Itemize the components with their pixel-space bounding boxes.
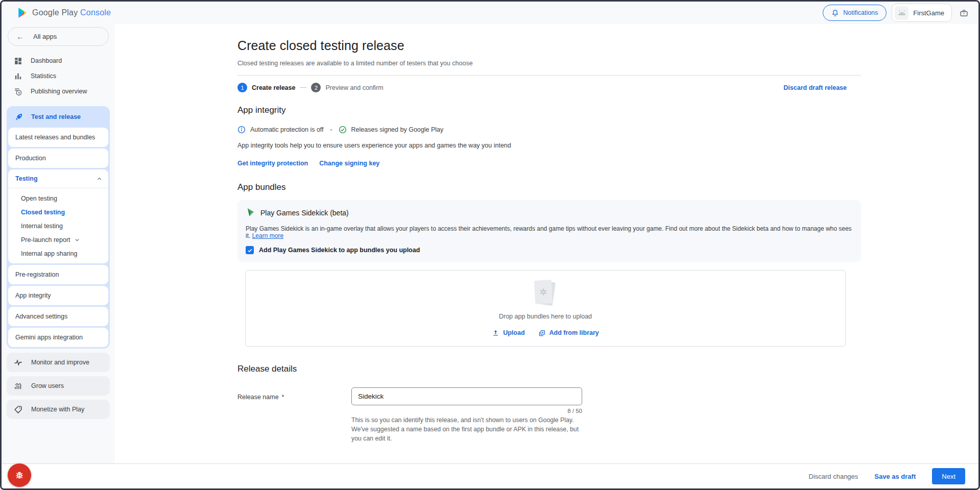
- sidebar-item-label: Publishing overview: [31, 88, 87, 95]
- chevron-up-icon: [97, 176, 102, 182]
- sidebar-item-production[interactable]: Production: [8, 149, 108, 168]
- top-bar: Google Play Console Notifications: [2, 2, 978, 24]
- sidebar-item-statistics[interactable]: Statistics: [2, 68, 115, 84]
- signing-status: Releases signed by Google Play: [351, 126, 444, 133]
- sidebar-item-label: Dashboard: [31, 57, 62, 64]
- main-panel: Create closed testing release Closed tes…: [115, 24, 978, 463]
- app-bundles-heading: App bundles: [237, 182, 861, 192]
- publishing-clock-icon: [14, 87, 22, 96]
- sidekick-checkbox-label: Add Play Games Sidekick to app bundles y…: [259, 247, 420, 254]
- sidebar-item-dashboard[interactable]: Dashboard: [2, 53, 115, 68]
- required-asterisk: *: [282, 394, 284, 401]
- upload-button[interactable]: Upload: [492, 329, 524, 337]
- android-head-icon: [898, 10, 906, 16]
- discard-draft-release-link[interactable]: Discard draft release: [783, 84, 847, 91]
- step-preview-confirm: 2 Preview and confirm: [311, 83, 383, 92]
- sidekick-card: Play Games Sidekick (beta) Play Games Si…: [237, 200, 861, 262]
- bell-icon: [831, 9, 839, 17]
- sidebar-item-pre-launch-report[interactable]: Pre-launch report: [8, 233, 108, 247]
- header-divider: [237, 75, 861, 76]
- footer-bar: Discard changes Save as draft Next: [2, 463, 978, 488]
- release-name-input[interactable]: [351, 387, 582, 405]
- sidebar-item-testing[interactable]: Testing: [8, 169, 108, 188]
- group-header-label: Test and release: [31, 113, 81, 120]
- all-apps-label: All apps: [33, 33, 57, 40]
- sidebar-item-grow-users[interactable]: Grow users: [7, 376, 110, 396]
- app-integrity-heading: App integrity: [237, 105, 861, 115]
- sidebar-item-internal-testing[interactable]: Internal testing: [8, 219, 108, 233]
- sidekick-title: Play Games Sidekick (beta): [260, 209, 349, 217]
- sidebar-item-label: Statistics: [31, 72, 56, 80]
- step-create-release: 1 Create release: [237, 83, 295, 92]
- account-switcher[interactable]: FirstGame: [892, 4, 952, 22]
- test-and-release-group: Test and release Latest releases and bun…: [7, 106, 110, 349]
- chevron-down-icon: [75, 237, 80, 242]
- sidebar-item-gemini-apps-integration[interactable]: Gemini apps integration: [8, 328, 108, 347]
- notifications-label: Notifications: [843, 9, 878, 16]
- release-details-heading: Release details: [237, 364, 861, 374]
- brand-text: Google Play Console: [32, 8, 111, 17]
- release-notes-label: Release notes: [237, 459, 351, 463]
- app-integrity-description: App integrity tools help you to ensure u…: [237, 142, 861, 149]
- library-icon: [538, 329, 546, 337]
- protection-status: Automatic protection is off: [250, 126, 324, 133]
- dropzone-text: Drop app bundles here to upload: [499, 313, 592, 320]
- play-triangle-icon: [17, 7, 28, 18]
- next-button[interactable]: Next: [932, 468, 965, 484]
- notifications-button[interactable]: Notifications: [823, 5, 887, 21]
- account-name: FirstGame: [913, 9, 944, 17]
- copy-previous-release-link[interactable]: Copy from a previous release: [351, 459, 441, 463]
- sidebar-item-internal-app-sharing[interactable]: Internal app sharing: [8, 247, 108, 260]
- sidekick-checkbox-row[interactable]: Add Play Games Sidekick to app bundles y…: [246, 246, 852, 254]
- char-counter: 8 / 50: [351, 408, 582, 414]
- sidebar: ← All apps Dashboard Statistics Publishi…: [2, 24, 115, 463]
- page-subtitle: Closed testing releases are available to…: [237, 60, 861, 67]
- feedback-bug-button[interactable]: [8, 463, 31, 487]
- growth-chart-icon: [14, 382, 22, 390]
- sidebar-item-advanced-settings[interactable]: Advanced settings: [8, 307, 108, 326]
- page-title: Create closed testing release: [237, 38, 861, 53]
- developer-account-button[interactable]: [957, 6, 970, 19]
- sidebar-item-monitor-and-improve[interactable]: Monitor and improve: [7, 353, 110, 372]
- file-stack-icon: [534, 280, 557, 307]
- status-separator: [330, 129, 332, 131]
- check-circle-icon: [339, 126, 347, 134]
- add-from-library-button[interactable]: Add from library: [538, 329, 599, 337]
- sidebar-item-latest-releases[interactable]: Latest releases and bundles: [8, 128, 108, 147]
- stepper: 1 Create release 2 Preview and confirm D…: [237, 83, 861, 92]
- sidebar-item-pre-registration[interactable]: Pre-registration: [8, 265, 108, 284]
- info-icon: [237, 126, 246, 134]
- step-connector: [300, 87, 306, 88]
- sidebar-item-app-integrity[interactable]: App integrity: [8, 286, 108, 305]
- briefcase-icon: [960, 9, 968, 17]
- release-name-helper: This is so you can identify this release…: [351, 416, 582, 443]
- sidebar-item-closed-testing[interactable]: Closed testing: [8, 205, 108, 219]
- app-bundle-dropzone[interactable]: Drop app bundles here to upload Upload: [245, 270, 846, 347]
- bar-chart-icon: [14, 72, 22, 81]
- brand-logo[interactable]: Google Play Console: [17, 7, 111, 18]
- checkbox-checked-icon[interactable]: [246, 246, 254, 254]
- back-arrow-icon: ←: [16, 32, 24, 41]
- price-tag-icon: [14, 405, 22, 414]
- dashboard-grid-icon: [14, 57, 22, 65]
- release-name-label: Release name*: [237, 387, 351, 443]
- change-signing-key-link[interactable]: Change signing key: [319, 160, 379, 167]
- sidebar-item-publishing-overview[interactable]: Publishing overview: [2, 84, 115, 99]
- discard-changes-button[interactable]: Discard changes: [809, 473, 858, 480]
- app-window: Google Play Console Notifications: [0, 0, 980, 490]
- bug-icon: [14, 470, 25, 480]
- all-apps-button[interactable]: ← All apps: [8, 27, 109, 46]
- sidebar-item-open-testing[interactable]: Open testing: [8, 191, 108, 205]
- get-integrity-protection-link[interactable]: Get integrity protection: [237, 160, 308, 167]
- save-as-draft-button[interactable]: Save as draft: [874, 473, 916, 480]
- rocket-icon: [14, 112, 23, 121]
- sidebar-item-monetize-with-play[interactable]: Monetize with Play: [7, 400, 110, 419]
- sidekick-play-icon: [246, 208, 255, 217]
- learn-more-link[interactable]: Learn more: [252, 232, 283, 239]
- step-2-circle: 2: [311, 83, 321, 92]
- pulse-icon: [14, 358, 22, 367]
- testing-card: Testing Open testing Closed testing Inte…: [8, 169, 108, 263]
- app-default-icon: [895, 6, 909, 20]
- sidekick-description: Play Games Sidekick is an in-game overla…: [246, 225, 852, 239]
- sidebar-item-test-and-release[interactable]: Test and release: [8, 106, 108, 128]
